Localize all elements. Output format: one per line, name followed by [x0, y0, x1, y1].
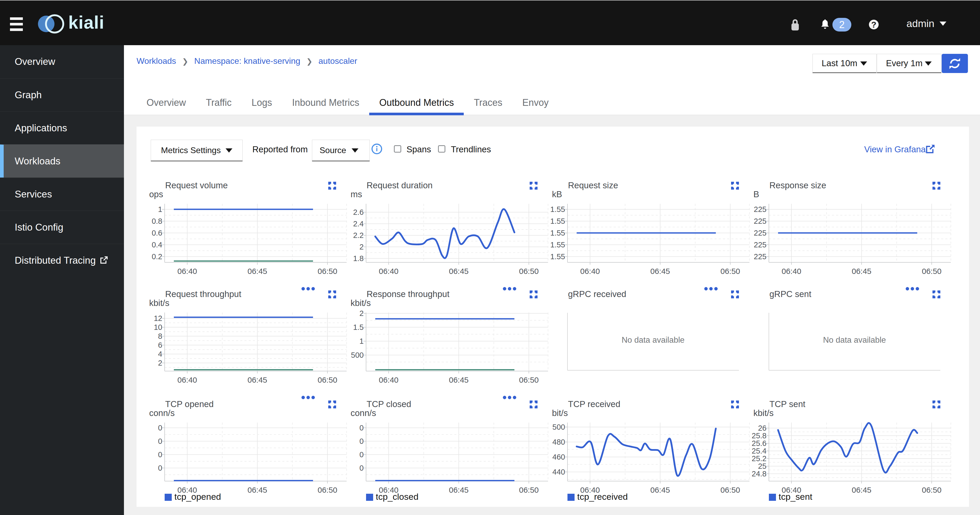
- svg-text:06:50: 06:50: [720, 486, 740, 494]
- svg-text:8: 8: [158, 332, 162, 340]
- svg-text:1.55: 1.55: [550, 217, 565, 225]
- svg-text:4: 4: [158, 350, 162, 358]
- svg-text:06:40: 06:40: [379, 375, 398, 384]
- svg-text:06:40: 06:40: [177, 267, 197, 275]
- svg-text:06:50: 06:50: [519, 375, 539, 384]
- svg-text:06:45: 06:45: [449, 375, 468, 384]
- svg-text:2.2: 2.2: [353, 231, 364, 240]
- svg-text:2.6: 2.6: [353, 208, 364, 216]
- svg-text:06:50: 06:50: [519, 486, 539, 494]
- svg-text:06:45: 06:45: [449, 267, 468, 275]
- svg-text:25.2: 25.2: [752, 455, 767, 463]
- svg-text:0: 0: [360, 450, 364, 459]
- svg-text:25.6: 25.6: [752, 439, 767, 448]
- svg-text:0: 0: [158, 437, 162, 445]
- svg-text:12: 12: [154, 314, 162, 323]
- svg-text:24.8: 24.8: [752, 470, 767, 478]
- svg-text:225: 225: [754, 229, 767, 237]
- svg-text:10: 10: [154, 323, 162, 331]
- svg-text:06:45: 06:45: [449, 486, 468, 494]
- svg-text:25.4: 25.4: [752, 447, 767, 455]
- svg-text:1.8: 1.8: [353, 254, 364, 262]
- svg-text:0: 0: [360, 437, 364, 445]
- svg-text:No data available: No data available: [823, 335, 886, 345]
- svg-text:06:40: 06:40: [580, 267, 600, 275]
- svg-text:06:45: 06:45: [247, 267, 267, 275]
- svg-text:225: 225: [754, 240, 767, 249]
- svg-text:225: 225: [754, 205, 767, 213]
- svg-text:06:45: 06:45: [650, 486, 670, 494]
- svg-text:06:50: 06:50: [519, 267, 539, 275]
- svg-text:06:40: 06:40: [177, 375, 197, 384]
- svg-text:225: 225: [754, 217, 767, 225]
- svg-text:2: 2: [360, 309, 364, 318]
- svg-text:06:45: 06:45: [247, 375, 267, 384]
- svg-text:26: 26: [758, 424, 767, 432]
- svg-text:06:40: 06:40: [379, 267, 398, 275]
- svg-text:2: 2: [360, 243, 364, 251]
- svg-text:06:40: 06:40: [781, 267, 801, 275]
- svg-text:1.55: 1.55: [550, 229, 565, 237]
- svg-text:No data available: No data available: [622, 335, 684, 345]
- svg-text:440: 440: [552, 468, 565, 476]
- svg-text:0: 0: [158, 464, 162, 472]
- svg-text:1.55: 1.55: [550, 205, 565, 213]
- svg-text:06:50: 06:50: [318, 267, 337, 275]
- svg-text:0: 0: [360, 464, 364, 472]
- svg-text:0: 0: [360, 424, 364, 432]
- svg-text:2: 2: [158, 359, 162, 367]
- svg-text:06:45: 06:45: [650, 267, 670, 275]
- svg-text:1: 1: [360, 337, 364, 345]
- svg-text:1: 1: [158, 205, 162, 213]
- svg-text:06:50: 06:50: [720, 267, 740, 275]
- svg-text:06:50: 06:50: [318, 375, 337, 384]
- svg-text:460: 460: [552, 453, 565, 461]
- svg-text:06:45: 06:45: [851, 267, 871, 275]
- svg-text:0.2: 0.2: [152, 253, 162, 261]
- svg-text:06:45: 06:45: [851, 486, 871, 494]
- svg-text:06:50: 06:50: [318, 486, 337, 494]
- svg-text:225: 225: [754, 253, 767, 261]
- svg-text:0.6: 0.6: [152, 229, 162, 237]
- svg-text:06:50: 06:50: [922, 486, 942, 494]
- svg-text:500: 500: [351, 351, 364, 359]
- svg-text:06:45: 06:45: [247, 486, 267, 494]
- svg-text:1.5: 1.5: [353, 323, 364, 331]
- svg-text:25.8: 25.8: [752, 431, 767, 440]
- svg-text:0.8: 0.8: [152, 217, 162, 225]
- svg-text:480: 480: [552, 438, 565, 446]
- svg-text:06:50: 06:50: [922, 267, 942, 275]
- svg-text:6: 6: [158, 341, 162, 349]
- svg-text:25: 25: [758, 462, 767, 470]
- svg-text:500: 500: [552, 423, 565, 431]
- svg-text:0: 0: [158, 450, 162, 459]
- svg-text:1.55: 1.55: [550, 240, 565, 249]
- svg-text:0.4: 0.4: [152, 240, 162, 249]
- svg-text:2.4: 2.4: [353, 219, 364, 228]
- svg-text:1.55: 1.55: [550, 253, 565, 261]
- svg-text:0: 0: [158, 424, 162, 432]
